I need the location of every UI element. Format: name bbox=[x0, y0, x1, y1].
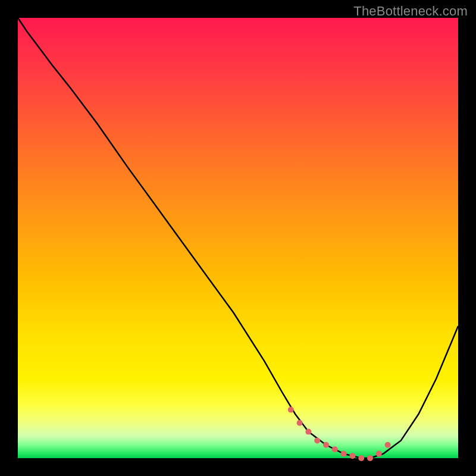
sweet-spot-dot bbox=[314, 437, 320, 443]
sweet-spot-dot bbox=[385, 442, 391, 448]
sweet-spot-dot bbox=[358, 455, 364, 461]
sweet-spot-dot bbox=[332, 446, 338, 452]
sweet-spot-dot bbox=[367, 455, 373, 461]
sweet-spot-dot bbox=[305, 429, 311, 435]
sweet-spot-dot bbox=[323, 442, 329, 448]
bottleneck-curve bbox=[18, 18, 458, 458]
chart-frame: TheBottleneck.com bbox=[0, 0, 476, 476]
sweet-spot-dot bbox=[376, 451, 382, 457]
sweet-spot-dots bbox=[288, 407, 391, 461]
curve-layer bbox=[18, 18, 458, 458]
watermark-text: TheBottleneck.com bbox=[353, 4, 468, 19]
sweet-spot-dot bbox=[288, 407, 294, 413]
sweet-spot-dot bbox=[341, 451, 347, 457]
sweet-spot-dot bbox=[297, 420, 303, 426]
sweet-spot-dot bbox=[349, 453, 355, 459]
plot-area bbox=[18, 18, 458, 458]
